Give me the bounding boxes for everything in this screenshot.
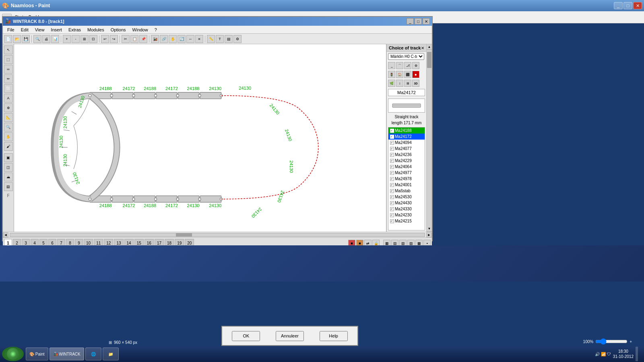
track-list-item[interactable]: ✓ Ma24001 (388, 182, 425, 188)
zoom-slider[interactable] (595, 338, 627, 345)
track-system-select[interactable]: Märklin H0 C-tre (388, 53, 425, 60)
wt-maximize[interactable]: □ (415, 18, 422, 25)
start-button[interactable] (2, 347, 24, 361)
tb-print[interactable]: 🖨 (42, 35, 50, 43)
scroll-left-button[interactable]: ◄ (3, 232, 8, 237)
lt-erase[interactable]: ⬜ (4, 84, 13, 93)
lt-layer[interactable]: ▤ (4, 182, 13, 191)
wt-close[interactable]: ✕ (423, 18, 430, 25)
tb-move[interactable]: ✋ (169, 35, 177, 43)
track-list-item[interactable]: ✓ Maßstab (388, 188, 425, 194)
tb-redo[interactable]: ↪ (110, 35, 118, 43)
tb-undo[interactable]: ↩ (101, 35, 109, 43)
menu-options[interactable]: Options (107, 27, 129, 33)
track-list-item[interactable]: ✓ Ma24215 (388, 218, 425, 224)
lt-select[interactable]: ⬚ (4, 55, 13, 64)
lt-track[interactable]: ═ (4, 65, 13, 74)
track-list-item[interactable]: ✓ Ma24430 (388, 200, 425, 206)
track-list-item[interactable]: ✓ Ma24064 (388, 164, 425, 170)
lt-zoom[interactable]: 🔍 (4, 123, 13, 132)
icon-3d[interactable]: 3D (412, 80, 419, 87)
show-desktop-button[interactable] (636, 347, 638, 361)
tb-measure[interactable]: 📏 (207, 35, 215, 43)
tb-rotate[interactable]: 🔄 (178, 35, 186, 43)
track-list-item[interactable]: ✓ Ma24530 (388, 194, 425, 200)
icon-signal[interactable]: 🚦 (388, 71, 395, 78)
menu-edit[interactable]: Edit (18, 27, 32, 33)
icon-switch[interactable]: ⎇ (404, 62, 411, 69)
icon-curve[interactable]: ⌒ (396, 62, 403, 69)
taskbar-ie[interactable]: 🌐 (85, 348, 101, 360)
track-list-item[interactable]: ✓ Ma24172 (388, 134, 425, 140)
scroll-up-button[interactable]: ▲ (427, 44, 432, 50)
taskbar-paint[interactable]: 🎨 Paint (26, 348, 48, 360)
icon-color[interactable]: ■ (412, 71, 419, 78)
tb-save[interactable]: 💾 (22, 35, 30, 43)
close-button[interactable]: ✕ (633, 2, 642, 9)
icon-bridge[interactable]: ⬛ (404, 71, 411, 78)
track-list-item[interactable]: ✓ Ma24977 (388, 170, 425, 176)
scroll-track[interactable] (427, 50, 432, 226)
hscroll-thumb[interactable] (176, 233, 192, 237)
zoom-in-icon[interactable]: + (630, 339, 632, 344)
tb-mirror[interactable]: ↔ (186, 35, 194, 43)
lt-paint[interactable]: 🖌 (4, 142, 13, 151)
scroll-down-button[interactable]: ▼ (427, 226, 432, 232)
track-list-item[interactable]: ✓ Ma24188 (388, 128, 425, 134)
menu-file[interactable]: File (4, 27, 18, 33)
lt-connect[interactable]: ⊕ (4, 103, 13, 112)
canvas-area[interactable]: 24188 24172 24188 24172 24188 24130 2418… (14, 44, 386, 232)
tb-layers[interactable]: ▤ (225, 35, 233, 43)
icon-grid[interactable]: ⊞ (404, 80, 411, 87)
track-list-item[interactable]: ✓ Ma24230 (388, 212, 425, 218)
icon-height[interactable]: ↕ (396, 80, 403, 87)
lt-group2[interactable]: ◫ (4, 163, 13, 172)
tb-align[interactable]: ≡ (195, 35, 203, 43)
menu-help[interactable]: ? (151, 27, 160, 33)
lt-terrain[interactable]: ⛰ (4, 173, 13, 181)
menu-extras[interactable]: Extras (65, 27, 84, 33)
track-system-dropdown[interactable]: Märklin H0 C-tre (388, 53, 424, 60)
tb-open[interactable]: 📂 (13, 35, 21, 43)
track-list-item[interactable]: ✓ Ma24330 (388, 206, 425, 212)
lt-pan[interactable]: ✋ (4, 132, 13, 141)
lt-text[interactable]: A (4, 94, 13, 103)
dialog-ok[interactable]: OK (232, 331, 260, 341)
tb-new[interactable]: 📄 (4, 35, 12, 43)
menu-view[interactable]: View (32, 27, 48, 33)
tb-export[interactable]: 📊 (51, 35, 59, 43)
horizontal-scrollbar[interactable]: ◄ ► (3, 232, 432, 237)
tb-zoom-out[interactable]: - (72, 35, 80, 43)
track-list-item[interactable]: ✓ Ma24229 (388, 158, 425, 164)
tb-copy[interactable]: 📋 (130, 35, 138, 43)
dialog-help[interactable]: Help (320, 331, 348, 341)
track-list-item[interactable]: ✓ Ma24077 (388, 146, 425, 152)
taskbar-folder[interactable]: 📁 (103, 348, 119, 360)
tb-connect[interactable]: 🔗 (160, 35, 168, 43)
scroll-right-button[interactable]: ► (426, 232, 432, 237)
vertical-scrollbar[interactable]: ▲ ▼ (426, 44, 432, 232)
track-list-item[interactable]: ✓ Ma24236 (388, 152, 425, 158)
choice-panel-close[interactable]: ✕ (421, 46, 424, 50)
tb-cut[interactable]: ✂ (122, 35, 130, 43)
lt-measure[interactable]: 📐 (4, 113, 13, 122)
icon-building[interactable]: 🏠 (396, 71, 403, 78)
hscroll-track[interactable] (10, 233, 425, 237)
dialog-annuleer[interactable]: Annuleer (276, 331, 304, 341)
scroll-thumb[interactable] (427, 52, 431, 68)
tb-settings[interactable]: ⚙ (233, 35, 242, 43)
lt-group1[interactable]: ▣ (4, 153, 13, 162)
track-list[interactable]: ✓ Ma24188✓ Ma24172✓ Ma24094✓ Ma24077✓ Ma… (388, 127, 425, 230)
icon-terrain[interactable]: 🌿 (388, 80, 395, 87)
tb-text[interactable]: T (216, 35, 224, 43)
tb-paste[interactable]: 📌 (139, 35, 147, 43)
menu-modules[interactable]: Modules (84, 27, 107, 33)
menu-window[interactable]: Window (129, 27, 151, 33)
menu-insert[interactable]: Insert (47, 27, 65, 33)
taskbar-wintrack[interactable]: 🚂 WINTRACK (50, 348, 84, 360)
track-list-item[interactable]: ✓ Ma24978 (388, 176, 425, 182)
minimize-button[interactable]: _ (614, 2, 623, 9)
track-list-item[interactable]: ✓ Ma24094 (388, 140, 425, 146)
tb-zoom-in[interactable]: + (63, 35, 71, 43)
lt-pointer[interactable]: ↖ (4, 45, 13, 54)
